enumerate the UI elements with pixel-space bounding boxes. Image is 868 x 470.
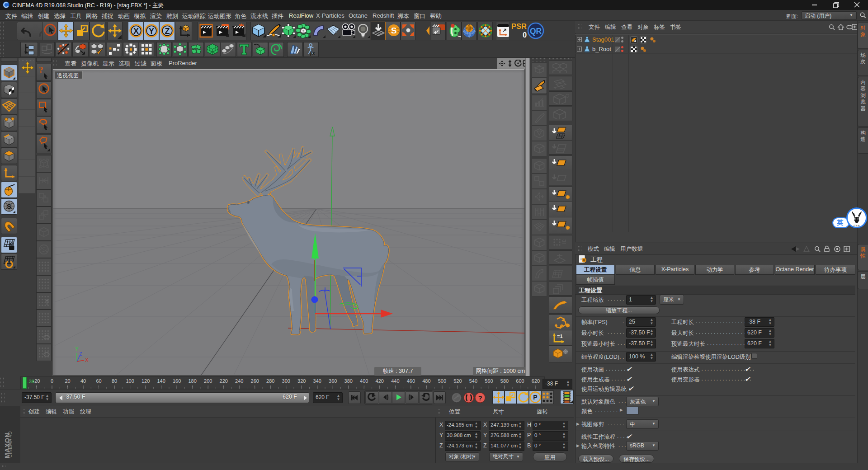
svg-text:80: 80	[112, 378, 117, 384]
svg-text:?: ?	[39, 65, 43, 75]
svg-text:0: 0	[51, 378, 53, 384]
svg-text:120: 120	[142, 378, 150, 384]
svg-text:380: 380	[344, 378, 353, 384]
svg-text:200: 200	[204, 378, 212, 384]
svg-text:X: X	[85, 357, 89, 363]
svg-text:360: 360	[329, 378, 337, 384]
svg-text:QR: QR	[530, 27, 542, 36]
svg-text:Z: Z	[79, 351, 82, 357]
svg-text:Y: Y	[75, 346, 79, 352]
svg-text:S: S	[7, 202, 11, 210]
svg-text:=1: =1	[557, 334, 563, 339]
svg-text:220: 220	[220, 378, 228, 384]
svg-text:S: S	[391, 26, 397, 35]
svg-text:280: 280	[266, 378, 274, 384]
svg-text:300: 300	[282, 378, 290, 384]
svg-text:?: ?	[478, 394, 482, 402]
svg-text:480: 480	[422, 378, 430, 384]
svg-text:Z: Z	[165, 27, 170, 36]
svg-text:620: 620	[532, 378, 540, 384]
svg-text:140: 140	[157, 378, 165, 384]
svg-text:340: 340	[313, 378, 321, 384]
svg-text:Y: Y	[149, 27, 154, 36]
svg-text:160: 160	[173, 378, 181, 384]
svg-text:400: 400	[360, 378, 368, 384]
svg-text:240: 240	[235, 378, 243, 384]
svg-text:fx: fx	[310, 50, 315, 56]
svg-text:460: 460	[407, 378, 415, 384]
svg-text:560: 560	[485, 378, 493, 384]
svg-text:X: X	[133, 27, 138, 36]
svg-text:-20: -20	[33, 378, 40, 384]
svg-text:180: 180	[188, 378, 196, 384]
svg-text:60: 60	[96, 378, 101, 384]
svg-text:40: 40	[80, 378, 86, 384]
svg-text:500: 500	[438, 378, 446, 384]
svg-text:行走者: 行走者	[853, 225, 860, 227]
svg-text:420: 420	[376, 378, 384, 384]
svg-text:P: P	[533, 394, 537, 401]
svg-text:320: 320	[297, 378, 306, 384]
svg-text:540: 540	[469, 378, 477, 384]
svg-text:260: 260	[251, 378, 259, 384]
svg-text:580: 580	[500, 378, 509, 384]
svg-text:100: 100	[126, 378, 134, 384]
svg-text:600: 600	[516, 378, 524, 384]
svg-text:440: 440	[391, 378, 399, 384]
svg-text:520: 520	[453, 378, 462, 384]
svg-text:20: 20	[65, 378, 70, 384]
